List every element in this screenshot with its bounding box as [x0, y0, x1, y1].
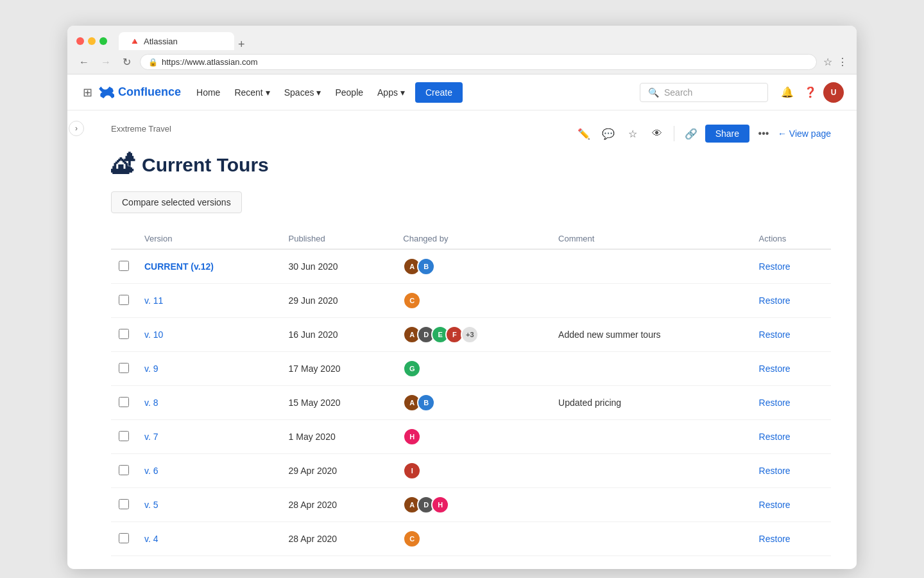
new-tab-button[interactable]: +: [234, 39, 249, 50]
version-table-body: CURRENT (v.12)30 Jun 2020ABRestorev. 112…: [111, 249, 831, 556]
version-cell: v. 8: [137, 386, 281, 420]
page-content: Exxtreme Travel ✏️ 💬 ☆ 👁 🔗 Share ••• ← V…: [85, 110, 857, 569]
reload-button[interactable]: ↻: [120, 55, 133, 69]
avatar: I: [403, 462, 421, 480]
nav-home[interactable]: Home: [190, 82, 227, 103]
version-link[interactable]: v. 10: [144, 329, 163, 340]
row-checkbox[interactable]: [119, 431, 129, 441]
nav-people[interactable]: People: [329, 82, 370, 103]
comment-icon[interactable]: 💬: [598, 123, 619, 144]
restore-link[interactable]: Restore: [759, 432, 791, 442]
comment-cell: [551, 454, 751, 488]
search-icon: 🔍: [648, 87, 659, 98]
copy-link-icon[interactable]: 🔗: [681, 123, 701, 144]
changed-by-col-header: Changed by: [395, 229, 551, 249]
close-button[interactable]: [76, 37, 84, 45]
search-placeholder: Search: [664, 87, 692, 98]
actions-cell: Restore: [751, 249, 831, 284]
changed-by-cell: H: [395, 420, 551, 454]
row-checkbox-cell: [111, 284, 137, 318]
restore-link[interactable]: Restore: [759, 500, 791, 510]
nav-recent[interactable]: Recent ▾: [228, 82, 276, 103]
table-row: v. 428 Apr 2020CRestore: [111, 522, 831, 556]
version-link[interactable]: v. 5: [144, 500, 158, 510]
version-link[interactable]: v. 7: [144, 432, 158, 442]
confluence-logo[interactable]: Confluence: [99, 85, 181, 100]
star-icon[interactable]: ☆: [622, 123, 643, 144]
version-link[interactable]: v. 11: [144, 295, 163, 306]
view-page-link[interactable]: ← View page: [778, 128, 831, 139]
row-checkbox[interactable]: [119, 295, 129, 305]
row-checkbox[interactable]: [119, 465, 129, 475]
grid-icon[interactable]: ⊞: [80, 83, 95, 102]
avatar: C: [403, 530, 421, 548]
watch-icon[interactable]: 👁: [647, 123, 667, 144]
avatar-group: C: [403, 292, 543, 310]
comment-cell: [551, 284, 751, 318]
row-checkbox[interactable]: [119, 329, 129, 339]
separator: [674, 126, 674, 141]
url-input[interactable]: 🔒 https://www.atlassian.com: [140, 54, 817, 70]
version-link[interactable]: CURRENT (v.12): [144, 261, 214, 272]
sidebar-toggle-button[interactable]: ›: [69, 121, 84, 136]
actions-cell: Restore: [751, 488, 831, 522]
maximize-button[interactable]: [99, 37, 107, 45]
avatar-group: AB: [403, 394, 543, 412]
create-button[interactable]: Create: [415, 82, 463, 103]
star-icon[interactable]: ☆: [823, 56, 832, 68]
version-link[interactable]: v. 9: [144, 363, 158, 374]
comment-cell: [551, 249, 751, 284]
row-checkbox[interactable]: [119, 499, 129, 509]
browser-tab[interactable]: 🔺 Atlassian: [119, 32, 234, 50]
compare-versions-button[interactable]: Compare selected versions: [111, 191, 242, 213]
comment-cell: [551, 522, 751, 556]
restore-link[interactable]: Restore: [759, 466, 791, 476]
avatar-extra-count: +3: [461, 326, 479, 344]
nav-spaces[interactable]: Spaces ▾: [278, 82, 328, 103]
version-link[interactable]: v. 8: [144, 398, 158, 408]
page-emoji: 🏕: [111, 152, 134, 179]
row-checkbox[interactable]: [119, 397, 129, 407]
search-bar[interactable]: 🔍 Search: [640, 83, 768, 102]
minimize-button[interactable]: [88, 37, 96, 45]
forward-button[interactable]: →: [98, 55, 114, 69]
row-checkbox[interactable]: [119, 533, 129, 543]
changed-by-cell: C: [395, 284, 551, 318]
comment-cell: [551, 352, 751, 386]
url-text: https://www.atlassian.com: [162, 57, 258, 67]
published-cell: 17 May 2020: [281, 352, 396, 386]
notifications-button[interactable]: 🔔: [777, 82, 798, 103]
row-checkbox[interactable]: [119, 363, 129, 373]
version-link[interactable]: v. 4: [144, 534, 158, 544]
nav-apps[interactable]: Apps ▾: [371, 82, 411, 103]
table-row: v. 1016 Jun 2020ADEF+3Added new summer t…: [111, 318, 831, 352]
restore-link[interactable]: Restore: [759, 261, 791, 272]
more-actions-icon[interactable]: •••: [753, 123, 774, 144]
published-cell: 28 Apr 2020: [281, 522, 396, 556]
user-avatar[interactable]: U: [823, 82, 844, 103]
avatar-group: C: [403, 530, 543, 548]
version-col-header: Version: [137, 229, 281, 249]
published-cell: 30 Jun 2020: [281, 249, 396, 284]
table-row: v. 815 May 2020ABUpdated pricingRestore: [111, 386, 831, 420]
restore-link[interactable]: Restore: [759, 363, 791, 374]
restore-link[interactable]: Restore: [759, 329, 791, 340]
chevron-down-icon: ▾: [400, 87, 405, 98]
back-button[interactable]: ←: [76, 55, 92, 69]
row-checkbox-cell: [111, 352, 137, 386]
restore-link[interactable]: Restore: [759, 398, 791, 408]
published-col-header: Published: [281, 229, 396, 249]
restore-link[interactable]: Restore: [759, 295, 791, 306]
row-checkbox[interactable]: [119, 261, 129, 271]
share-button[interactable]: Share: [705, 125, 749, 143]
page-container: › Exxtreme Travel ✏️ 💬 ☆ 👁 🔗 Share ••• ←…: [67, 110, 857, 569]
chevron-down-icon: ▾: [266, 87, 270, 98]
version-link[interactable]: v. 6: [144, 466, 158, 476]
restore-link[interactable]: Restore: [759, 534, 791, 544]
edit-icon[interactable]: ✏️: [574, 123, 594, 144]
published-cell: 1 May 2020: [281, 420, 396, 454]
avatar: B: [417, 394, 435, 412]
more-icon[interactable]: ⋮: [837, 56, 848, 68]
table-row: v. 917 May 2020GRestore: [111, 352, 831, 386]
help-button[interactable]: ❓: [800, 82, 821, 103]
